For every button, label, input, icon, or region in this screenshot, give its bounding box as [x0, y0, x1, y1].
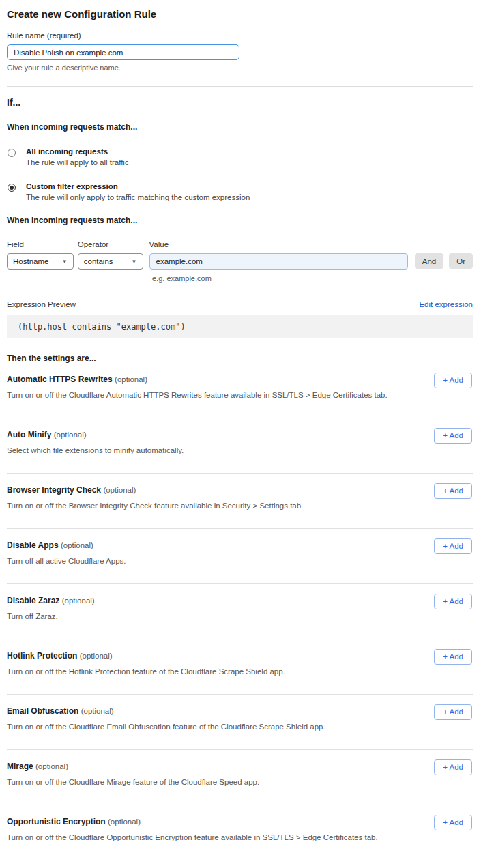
setting-qualifier: (optional) [61, 541, 93, 549]
value-help-text: e.g. example.com [152, 274, 473, 283]
expression-preview-header: Expression Preview Edit expression [7, 300, 473, 308]
add-button[interactable]: + Add [434, 538, 472, 554]
rule-name-help: Give your rule a descriptive name. [7, 63, 473, 72]
setting-row: Mirage (optional) Turn on or off the Clo… [7, 750, 473, 805]
add-button[interactable]: + Add [434, 815, 472, 830]
add-button[interactable]: + Add [434, 760, 472, 775]
setting-description: Turn off Zaraz. [7, 612, 473, 620]
setting-row: Browser Integrity Check (optional) Turn … [7, 474, 473, 529]
setting-qualifier: (optional) [54, 431, 87, 439]
expression-builder: Field Hostname ▼ Operator contains ▼ Val… [7, 240, 473, 283]
incoming-requests-match-label: When incoming requests match... [7, 122, 473, 132]
setting-qualifier: (optional) [115, 375, 147, 384]
setting-qualifier: (optional) [35, 762, 68, 770]
setting-qualifier: (optional) [108, 818, 141, 826]
setting-title: Disable Zaraz [7, 596, 59, 605]
setting-description: Turn on or off the Cloudflare Automatic … [7, 391, 473, 399]
radio-custom-filter-expression-description: The rule will only apply to traffic matc… [26, 193, 250, 201]
page-title: Create new Configuration Rule [7, 8, 473, 20]
radio-option-all-incoming-requests: All incoming requests The rule will appl… [7, 147, 473, 167]
value-column-label: Value [149, 240, 408, 248]
rule-name-input[interactable] [7, 44, 239, 60]
rule-name-label: Rule name (required) [7, 31, 473, 40]
value-input[interactable] [149, 253, 408, 270]
chevron-down-icon: ▼ [132, 259, 137, 265]
and-button[interactable]: And [415, 253, 443, 269]
add-button[interactable]: + Add [434, 649, 472, 665]
then-settings-heading: Then the settings are... [7, 353, 473, 363]
setting-description: Turn on or off the Cloudflare Email Obfu… [7, 723, 473, 731]
expression-preview-code: (http.host contains "example.com") [7, 315, 473, 338]
setting-title: Hotlink Protection [7, 651, 77, 661]
operator-column-label: Operator [78, 240, 143, 248]
setting-title: Opportunistic Encryption [7, 817, 106, 826]
settings-list: Automatic HTTPS Rewrites (optional) Turn… [7, 363, 473, 860]
edit-expression-link[interactable]: Edit expression [419, 300, 473, 308]
setting-title: Mirage [7, 762, 33, 771]
setting-description: Select which file extensions to minify a… [7, 446, 473, 454]
operator-select[interactable]: contains ▼ [78, 253, 143, 270]
chevron-down-icon: ▼ [62, 259, 68, 265]
add-button[interactable]: + Add [434, 594, 472, 609]
field-column-label: Field [7, 240, 74, 248]
radio-all-incoming-requests-label: All incoming requests [26, 147, 129, 156]
expression-builder-heading: When incoming requests match... [7, 216, 473, 225]
setting-row: Automatic HTTPS Rewrites (optional) Turn… [7, 363, 473, 418]
field-select[interactable]: Hostname ▼ [7, 253, 74, 270]
setting-title: Disable Apps [7, 540, 59, 550]
setting-row-polish: ✕ Polish (optional) Change the settings … [7, 860, 473, 868]
setting-title: Browser Integrity Check [7, 485, 101, 495]
add-button[interactable]: + Add [434, 483, 472, 499]
radio-custom-filter-expression[interactable] [8, 184, 16, 192]
setting-row: Hotlink Protection (optional) Turn on or… [7, 639, 473, 695]
setting-qualifier: (optional) [81, 707, 114, 715]
setting-row: Disable Apps (optional) Turn off all act… [7, 529, 473, 584]
setting-qualifier: (optional) [103, 486, 136, 494]
if-heading: If... [7, 97, 473, 108]
add-button[interactable]: + Add [434, 428, 472, 444]
setting-row: Opportunistic Encryption (optional) Turn… [7, 805, 473, 860]
setting-description: Turn on or off the Cloudflare Opportunis… [7, 833, 473, 841]
add-button[interactable]: + Add [434, 373, 472, 388]
add-button[interactable]: + Add [434, 704, 472, 720]
field-select-value: Hostname [13, 257, 48, 265]
section-divider [7, 86, 473, 87]
radio-all-incoming-requests[interactable] [8, 149, 16, 157]
or-button[interactable]: Or [449, 253, 473, 269]
radio-option-custom-filter-expression: Custom filter expression The rule will o… [7, 182, 473, 201]
setting-description: Turn on or off the Browser Integrity Che… [7, 502, 473, 510]
setting-description: Turn off all active Cloudflare Apps. [7, 557, 473, 565]
setting-row: Email Obfuscation (optional) Turn on or … [7, 695, 473, 750]
setting-title: Email Obfuscation [7, 706, 78, 716]
operator-select-value: contains [84, 257, 113, 265]
setting-qualifier: (optional) [80, 652, 113, 660]
setting-title: Auto Minify [7, 430, 51, 439]
setting-description: Turn on or off the Cloudflare Mirage fea… [7, 778, 473, 786]
radio-custom-filter-expression-label: Custom filter expression [26, 182, 250, 190]
radio-all-incoming-requests-description: The rule will apply to all traffic [26, 158, 129, 167]
setting-title: Automatic HTTPS Rewrites [7, 375, 113, 384]
expression-preview-label: Expression Preview [7, 300, 76, 308]
create-configuration-rule-form: Create new Configuration Rule Rule name … [0, 0, 481, 868]
setting-row: Disable Zaraz (optional) Turn off Zaraz.… [7, 584, 473, 639]
setting-row: Auto Minify (optional) Select which file… [7, 418, 473, 474]
setting-qualifier: (optional) [62, 596, 95, 605]
setting-description: Turn on or off the Hotlink Protection fe… [7, 667, 473, 676]
